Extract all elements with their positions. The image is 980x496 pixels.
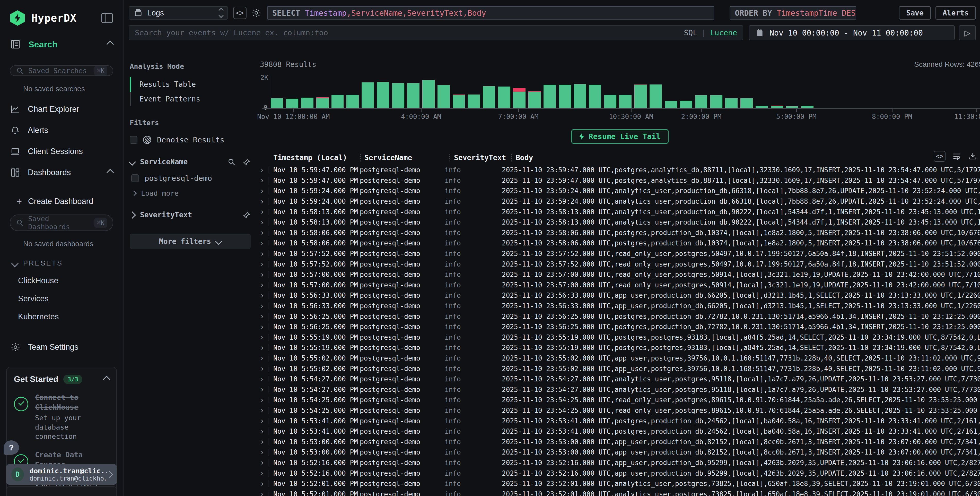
create-dashboard-button[interactable]: + Create Dashboard <box>0 196 123 207</box>
expand-row-icon[interactable]: › <box>260 281 273 289</box>
histogram-bar[interactable] <box>422 80 435 108</box>
query-settings-button[interactable] <box>251 8 261 18</box>
sql-editor-toggle-button[interactable]: <> <box>233 7 247 19</box>
expand-row-icon[interactable]: › <box>260 218 273 226</box>
expand-row-icon[interactable]: › <box>260 417 273 425</box>
table-row[interactable]: › Nov 10 5:52:16.000 PM postgresql-demo … <box>260 468 980 478</box>
expand-row-icon[interactable]: › <box>260 375 273 383</box>
histogram-bar[interactable] <box>468 94 480 108</box>
expand-row-icon[interactable]: › <box>260 291 273 300</box>
table-row[interactable]: › Nov 10 5:56:33.000 PM postgresql-demo … <box>260 301 980 311</box>
table-row[interactable]: › Nov 10 5:55:19.000 PM postgresql-demo … <box>260 343 980 353</box>
sidebar-item-team-settings[interactable]: Team Settings <box>0 342 123 352</box>
table-row[interactable]: › Nov 10 5:55:02.000 PM postgresql-demo … <box>260 353 980 364</box>
expand-row-icon[interactable]: › <box>260 166 273 174</box>
saved-dashboards-input[interactable]: Saved Dashboards ⌘K <box>10 215 113 231</box>
mode-lucene-toggle[interactable]: Lucene <box>710 28 737 37</box>
histogram-bar[interactable] <box>407 83 420 108</box>
sidebar-item-chart-explorer[interactable]: Chart Explorer <box>0 104 123 114</box>
histogram-bar[interactable] <box>483 86 495 108</box>
table-row[interactable]: › Nov 10 5:57:52.000 PM postgresql-demo … <box>260 259 980 270</box>
table-row[interactable]: › Nov 10 5:58:13.000 PM postgresql-demo … <box>260 207 980 217</box>
histogram-bar[interactable] <box>544 85 556 108</box>
expand-row-icon[interactable]: › <box>260 458 273 467</box>
histogram-bar[interactable] <box>271 98 283 108</box>
expand-row-icon[interactable]: › <box>260 333 273 341</box>
select-clause-input[interactable]: SELECT Timestamp ,ServiceName,SeverityTe… <box>267 6 714 19</box>
filter-group-servicename[interactable]: ServiceName <box>130 158 251 166</box>
histogram-bar[interactable] <box>316 97 329 108</box>
table-row[interactable]: › Nov 10 5:59:47.000 PM postgresql-demo … <box>260 165 980 175</box>
checkbox[interactable] <box>130 136 137 144</box>
event-search-input[interactable]: Search your events w/ Lucene ex. column:… <box>129 25 743 40</box>
expand-row-icon[interactable]: › <box>260 197 273 206</box>
raw-mode-button[interactable]: <> <box>934 151 945 162</box>
expand-row-icon[interactable]: › <box>260 406 273 415</box>
alerts-button[interactable]: Alerts <box>935 6 976 19</box>
histogram-bar[interactable] <box>498 86 510 108</box>
expand-row-icon[interactable]: › <box>260 312 273 321</box>
expand-row-icon[interactable]: › <box>260 260 273 268</box>
histogram-bar[interactable] <box>513 88 525 108</box>
table-row[interactable]: › Nov 10 5:57:00.000 PM postgresql-demo … <box>260 280 980 290</box>
download-icon[interactable] <box>968 152 977 161</box>
expand-row-icon[interactable]: › <box>260 480 273 488</box>
histogram-bar[interactable] <box>438 85 450 108</box>
histogram-bar[interactable] <box>680 101 692 108</box>
collapse-sidebar-icon[interactable] <box>102 13 113 23</box>
col-servicename[interactable]: ServiceName <box>364 153 449 162</box>
table-row[interactable]: › Nov 10 5:59:47.000 PM postgresql-demo … <box>260 175 980 186</box>
resume-live-tail-button[interactable]: Resume Live Tail <box>571 129 668 144</box>
histogram-bar[interactable] <box>665 101 677 108</box>
presets-toggle[interactable]: PRESETS <box>0 259 123 267</box>
table-row[interactable]: › Nov 10 5:59:24.000 PM postgresql-demo … <box>260 186 980 196</box>
histogram-bar[interactable] <box>559 85 571 108</box>
table-row[interactable]: › Nov 10 5:54:25.000 PM postgresql-demo … <box>260 405 980 416</box>
table-row[interactable]: › Nov 10 5:53:41.000 PM postgresql-demo … <box>260 426 980 437</box>
histogram-bar[interactable] <box>331 95 344 108</box>
expand-row-icon[interactable]: › <box>260 302 273 310</box>
source-select[interactable]: Logs <box>129 6 228 19</box>
table-row[interactable]: › Nov 10 5:52:01.000 PM postgresql-demo … <box>260 478 980 489</box>
histogram-bar[interactable] <box>361 82 374 108</box>
expand-row-icon[interactable]: › <box>260 364 273 373</box>
pin-icon[interactable] <box>242 158 251 166</box>
table-row[interactable]: › Nov 10 5:52:01.000 PM postgresql-demo … <box>260 489 980 496</box>
table-row[interactable]: › Nov 10 5:58:06.000 PM postgresql-demo … <box>260 238 980 249</box>
histogram-bar[interactable] <box>740 98 753 108</box>
sidebar-item-dashboards[interactable]: Dashboards <box>0 167 123 177</box>
table-row[interactable]: › Nov 10 5:54:25.000 PM postgresql-demo … <box>260 395 980 405</box>
preset-clickhouse[interactable]: ClickHouse <box>0 276 123 285</box>
expand-row-icon[interactable]: › <box>260 228 273 237</box>
histogram-bar[interactable] <box>635 85 647 108</box>
expand-row-icon[interactable]: › <box>260 427 273 436</box>
expand-row-icon[interactable]: › <box>260 250 273 258</box>
histogram-bar[interactable] <box>710 95 722 108</box>
table-row[interactable]: › Nov 10 5:56:25.000 PM postgresql-demo … <box>260 311 980 322</box>
run-query-button[interactable]: ▷ <box>959 25 976 40</box>
search-icon[interactable] <box>228 158 236 166</box>
expand-row-icon[interactable]: › <box>260 354 273 362</box>
table-row[interactable]: › Nov 10 5:52:16.000 PM postgresql-demo … <box>260 458 980 468</box>
events-histogram[interactable]: 2K 0 <box>262 75 980 108</box>
denoise-results-checkbox-row[interactable]: Denoise Results <box>130 136 251 144</box>
table-row[interactable]: › Nov 10 5:58:06.000 PM postgresql-demo … <box>260 228 980 238</box>
table-row[interactable]: › Nov 10 5:59:24.000 PM postgresql-demo … <box>260 196 980 207</box>
table-row[interactable]: › Nov 10 5:57:52.000 PM postgresql-demo … <box>260 249 980 259</box>
saved-searches-input[interactable]: Saved Searches ⌘K <box>10 65 113 76</box>
expand-row-icon[interactable]: › <box>260 396 273 404</box>
date-range-picker[interactable]: Nov 10 00:00:00 - Nov 11 00:00:00 <box>749 25 955 40</box>
histogram-bar[interactable] <box>574 84 586 108</box>
histogram-bar[interactable] <box>347 95 359 108</box>
column-resize-handle[interactable] <box>449 154 450 161</box>
table-row[interactable]: › Nov 10 5:58:13.000 PM postgresql-demo … <box>260 217 980 228</box>
histogram-bar[interactable] <box>695 95 708 108</box>
histogram-bar[interactable] <box>649 85 662 108</box>
pin-icon[interactable] <box>242 211 251 219</box>
order-by-input[interactable]: ORDER BY TimestampTime DESC <box>730 6 856 19</box>
expand-row-icon[interactable]: › <box>260 270 273 279</box>
sidebar-item-client-sessions[interactable]: Client Sessions <box>0 147 123 156</box>
sidebar-item-alerts[interactable]: Alerts <box>0 125 123 135</box>
save-button[interactable]: Save <box>899 6 931 19</box>
histogram-bar[interactable] <box>301 97 313 108</box>
